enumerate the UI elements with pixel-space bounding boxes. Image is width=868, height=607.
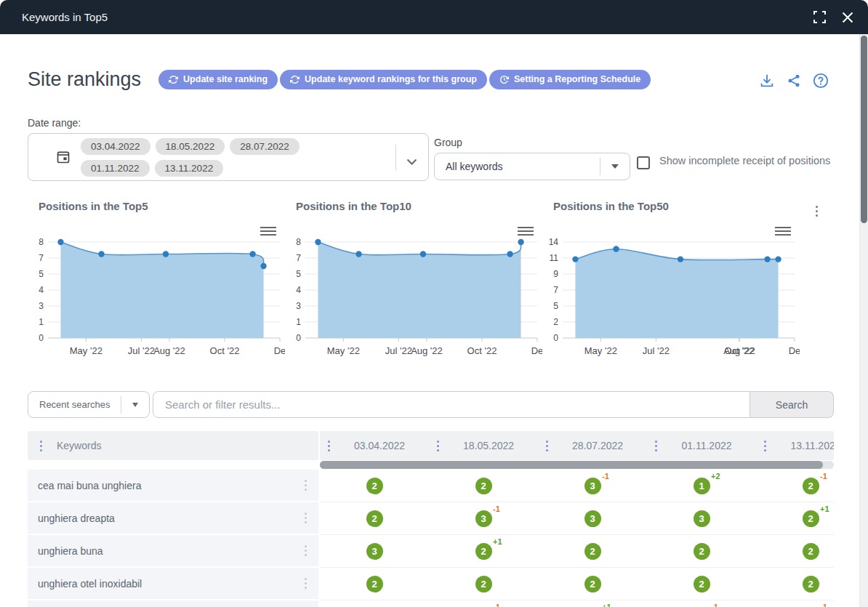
position-cell: 1+2 bbox=[647, 470, 756, 502]
reporting-schedule-button[interactable]: Setting a Reporting Schedule bbox=[489, 70, 651, 89]
keyword-cell[interactable]: unghiera buna bbox=[28, 535, 318, 568]
table-body: cea mai buna unghiera223-11+22-1unghiera… bbox=[28, 470, 834, 607]
svg-text:1: 1 bbox=[39, 317, 44, 327]
page-title: Site rankings bbox=[28, 68, 141, 91]
position-badge: 2 bbox=[803, 543, 819, 560]
update-site-ranking-button[interactable]: Update site ranking bbox=[158, 70, 278, 89]
date-chip[interactable]: 18.05.2022 bbox=[156, 138, 225, 155]
charts-kebab-menu-icon[interactable] bbox=[813, 195, 821, 220]
position-badge: 2 bbox=[694, 576, 710, 592]
date-chip[interactable]: 13.11.2022 bbox=[155, 160, 224, 177]
column-kebab-icon[interactable] bbox=[40, 441, 42, 451]
vertical-scrollbar-thumb[interactable] bbox=[861, 36, 867, 223]
position-cell: 2 bbox=[756, 568, 834, 600]
window-controls bbox=[813, 0, 853, 34]
table-row: unghiera buna32+1222 bbox=[28, 535, 834, 568]
date-chip[interactable]: 01.11.2022 bbox=[81, 160, 150, 177]
recent-searches-label: Recent searches bbox=[39, 399, 121, 410]
chevron-down-icon[interactable] bbox=[406, 155, 417, 168]
position-badge: 2 bbox=[694, 543, 710, 560]
chart-menu-icon[interactable] bbox=[518, 228, 534, 235]
position-change: +1 bbox=[820, 505, 829, 513]
svg-text:5: 5 bbox=[553, 301, 558, 311]
keyword-cell[interactable]: unghiera otel inoxidabil bbox=[28, 568, 318, 600]
date-chip[interactable]: 03.04.2022 bbox=[81, 138, 150, 155]
row-kebab-icon[interactable] bbox=[305, 545, 307, 556]
download-icon[interactable] bbox=[759, 73, 775, 89]
recent-searches-dropdown[interactable]: Recent searches bbox=[28, 391, 150, 418]
fullscreen-icon[interactable] bbox=[813, 11, 826, 23]
search-input[interactable] bbox=[153, 391, 750, 418]
position-cell: 2 bbox=[320, 502, 429, 534]
svg-text:5: 5 bbox=[296, 269, 301, 279]
position-badge: 2 bbox=[475, 478, 492, 494]
group-select[interactable]: All keywords bbox=[434, 153, 630, 180]
position-badge: 2 bbox=[366, 576, 383, 592]
search-button[interactable]: Search bbox=[750, 391, 834, 418]
position-change: -1 bbox=[602, 472, 609, 481]
position-badge: 2 bbox=[475, 576, 492, 592]
date-column-header: 01.11.2022 bbox=[647, 431, 756, 460]
chart-plot: 8754310May '22Jul '22Aug '22Oct '22De bbox=[28, 214, 285, 363]
data-point bbox=[518, 239, 523, 245]
help-icon[interactable] bbox=[813, 73, 829, 89]
svg-text:Jul '22: Jul '22 bbox=[643, 345, 670, 356]
dropdown-arrow-icon bbox=[611, 164, 619, 169]
chart-title: Positions in the Top5 bbox=[28, 193, 285, 214]
position-cell: 2 bbox=[429, 568, 538, 600]
position-change: -1 bbox=[493, 603, 500, 607]
close-icon[interactable] bbox=[842, 12, 853, 23]
position-badge: 2 bbox=[803, 478, 819, 494]
position-cell: 3-1 bbox=[429, 502, 538, 534]
position-cell: 2 bbox=[320, 568, 429, 600]
date-range-picker[interactable]: 03.04.202218.05.202228.07.202201.11.2022… bbox=[28, 133, 429, 181]
position-cell: 3-1 bbox=[429, 600, 538, 607]
keywords-modal: Keywords in Top5 Site rankings Update si… bbox=[0, 0, 868, 607]
svg-text:De: De bbox=[789, 345, 800, 356]
svg-text:8: 8 bbox=[39, 237, 44, 247]
calendar-icon bbox=[56, 150, 71, 164]
svg-text:Aug '22: Aug '22 bbox=[411, 345, 443, 356]
date-column-header: 03.04.2022 bbox=[320, 431, 429, 460]
data-point bbox=[260, 263, 266, 269]
group-label: Group bbox=[434, 137, 462, 148]
data-point bbox=[420, 251, 426, 257]
position-badge: 3 bbox=[366, 543, 383, 560]
date-header-label: 18.05.2022 bbox=[439, 440, 538, 451]
data-point bbox=[315, 239, 321, 245]
refresh-icon bbox=[290, 75, 300, 84]
vertical-scrollbar-track[interactable] bbox=[859, 34, 868, 607]
keyword-cell[interactable]: unghiera dreapta bbox=[28, 502, 318, 535]
group-selected-value: All keywords bbox=[446, 161, 600, 172]
position-cell: 3 bbox=[647, 502, 756, 534]
incomplete-positions-checkbox[interactable] bbox=[637, 156, 650, 169]
table-row: cea mai buna unghiera223-11+22-1 bbox=[28, 470, 834, 502]
date-chip[interactable]: 28.07.2022 bbox=[230, 138, 300, 155]
position-cell: 2+1 bbox=[756, 502, 834, 534]
keyword-cell[interactable]: cea mai buna unghiera bbox=[28, 470, 318, 502]
svg-text:May '22: May '22 bbox=[327, 345, 360, 356]
horizontal-scrollbar-track[interactable] bbox=[320, 461, 834, 469]
date-header-label: 01.11.2022 bbox=[657, 440, 756, 451]
update-keyword-rankings-button[interactable]: Update keyword rankings for this group bbox=[280, 70, 487, 89]
position-cell: 3-1 bbox=[538, 470, 647, 502]
date-header-label: 28.07.2022 bbox=[548, 440, 647, 451]
row-kebab-icon[interactable] bbox=[305, 512, 307, 523]
chart-menu-icon[interactable] bbox=[775, 228, 791, 235]
position-change: -1 bbox=[493, 505, 500, 513]
position-change: +1 bbox=[602, 603, 611, 607]
svg-text:7: 7 bbox=[553, 285, 558, 295]
table-row: unghiera dreapta23-1332+1 bbox=[28, 502, 834, 535]
row-kebab-icon[interactable] bbox=[305, 578, 307, 589]
share-icon[interactable] bbox=[787, 73, 801, 89]
keyword-label: unghiera buna bbox=[38, 545, 305, 557]
chart-menu-icon[interactable] bbox=[260, 228, 276, 235]
svg-text:Oct '22: Oct '22 bbox=[467, 345, 497, 356]
button-label: Update keyword rankings for this group bbox=[305, 74, 477, 84]
chart-plot: 141197520May '22Jul '22Aug '22Oct '22De bbox=[542, 214, 800, 363]
horizontal-scrollbar-thumb[interactable] bbox=[320, 461, 823, 469]
keyword-cell[interactable] bbox=[28, 600, 318, 607]
row-kebab-icon[interactable] bbox=[305, 480, 307, 491]
data-point bbox=[355, 251, 361, 257]
chart-2: Positions in the Top108754310May '22Jul … bbox=[285, 193, 542, 363]
